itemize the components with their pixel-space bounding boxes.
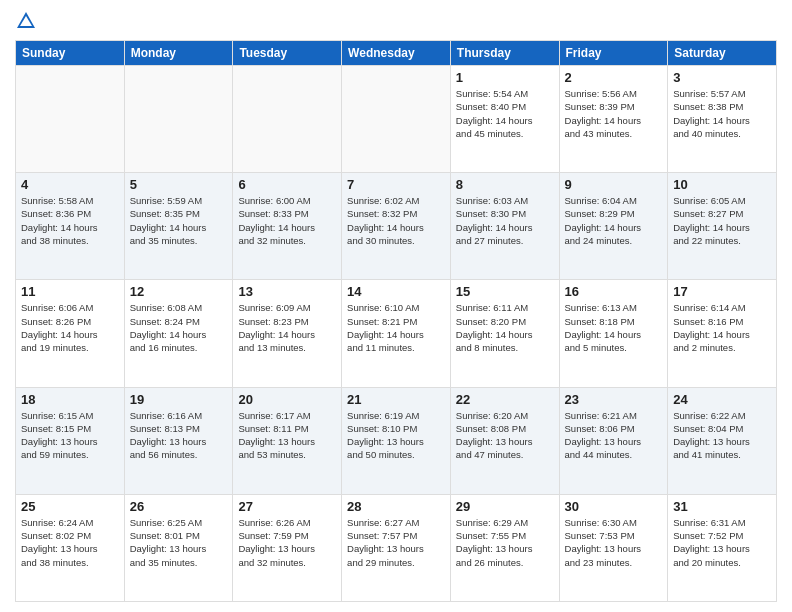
day-number: 9: [565, 177, 663, 192]
day-info: Sunrise: 5:58 AMSunset: 8:36 PMDaylight:…: [21, 194, 119, 247]
calendar-header-monday: Monday: [124, 41, 233, 66]
calendar-week-1: 4Sunrise: 5:58 AMSunset: 8:36 PMDaylight…: [16, 173, 777, 280]
calendar-cell: 14Sunrise: 6:10 AMSunset: 8:21 PMDayligh…: [342, 280, 451, 387]
day-info: Sunrise: 6:26 AMSunset: 7:59 PMDaylight:…: [238, 516, 336, 569]
day-number: 23: [565, 392, 663, 407]
day-number: 24: [673, 392, 771, 407]
day-info: Sunrise: 6:04 AMSunset: 8:29 PMDaylight:…: [565, 194, 663, 247]
day-info: Sunrise: 6:06 AMSunset: 8:26 PMDaylight:…: [21, 301, 119, 354]
calendar-cell: [124, 66, 233, 173]
day-info: Sunrise: 6:30 AMSunset: 7:53 PMDaylight:…: [565, 516, 663, 569]
day-info: Sunrise: 6:15 AMSunset: 8:15 PMDaylight:…: [21, 409, 119, 462]
calendar-header-friday: Friday: [559, 41, 668, 66]
day-number: 8: [456, 177, 554, 192]
day-info: Sunrise: 6:16 AMSunset: 8:13 PMDaylight:…: [130, 409, 228, 462]
day-number: 21: [347, 392, 445, 407]
calendar-week-4: 25Sunrise: 6:24 AMSunset: 8:02 PMDayligh…: [16, 494, 777, 601]
day-number: 18: [21, 392, 119, 407]
day-number: 2: [565, 70, 663, 85]
calendar-cell: 1Sunrise: 5:54 AMSunset: 8:40 PMDaylight…: [450, 66, 559, 173]
day-number: 17: [673, 284, 771, 299]
calendar-cell: 8Sunrise: 6:03 AMSunset: 8:30 PMDaylight…: [450, 173, 559, 280]
calendar-cell: 5Sunrise: 5:59 AMSunset: 8:35 PMDaylight…: [124, 173, 233, 280]
calendar-cell: 28Sunrise: 6:27 AMSunset: 7:57 PMDayligh…: [342, 494, 451, 601]
calendar-cell: 9Sunrise: 6:04 AMSunset: 8:29 PMDaylight…: [559, 173, 668, 280]
day-number: 19: [130, 392, 228, 407]
calendar-cell: 27Sunrise: 6:26 AMSunset: 7:59 PMDayligh…: [233, 494, 342, 601]
day-number: 12: [130, 284, 228, 299]
calendar-header-sunday: Sunday: [16, 41, 125, 66]
calendar-cell: 4Sunrise: 5:58 AMSunset: 8:36 PMDaylight…: [16, 173, 125, 280]
calendar-cell: 17Sunrise: 6:14 AMSunset: 8:16 PMDayligh…: [668, 280, 777, 387]
day-info: Sunrise: 6:29 AMSunset: 7:55 PMDaylight:…: [456, 516, 554, 569]
day-number: 13: [238, 284, 336, 299]
calendar-cell: 3Sunrise: 5:57 AMSunset: 8:38 PMDaylight…: [668, 66, 777, 173]
day-info: Sunrise: 6:05 AMSunset: 8:27 PMDaylight:…: [673, 194, 771, 247]
calendar-header-tuesday: Tuesday: [233, 41, 342, 66]
day-number: 7: [347, 177, 445, 192]
day-info: Sunrise: 6:11 AMSunset: 8:20 PMDaylight:…: [456, 301, 554, 354]
day-number: 1: [456, 70, 554, 85]
day-info: Sunrise: 6:21 AMSunset: 8:06 PMDaylight:…: [565, 409, 663, 462]
day-number: 26: [130, 499, 228, 514]
calendar-week-2: 11Sunrise: 6:06 AMSunset: 8:26 PMDayligh…: [16, 280, 777, 387]
calendar-cell: 13Sunrise: 6:09 AMSunset: 8:23 PMDayligh…: [233, 280, 342, 387]
logo: [15, 10, 41, 32]
day-info: Sunrise: 6:27 AMSunset: 7:57 PMDaylight:…: [347, 516, 445, 569]
calendar-cell: 16Sunrise: 6:13 AMSunset: 8:18 PMDayligh…: [559, 280, 668, 387]
calendar-cell: 18Sunrise: 6:15 AMSunset: 8:15 PMDayligh…: [16, 387, 125, 494]
calendar-week-3: 18Sunrise: 6:15 AMSunset: 8:15 PMDayligh…: [16, 387, 777, 494]
day-info: Sunrise: 6:13 AMSunset: 8:18 PMDaylight:…: [565, 301, 663, 354]
calendar-header-saturday: Saturday: [668, 41, 777, 66]
calendar-cell: [342, 66, 451, 173]
calendar-cell: 23Sunrise: 6:21 AMSunset: 8:06 PMDayligh…: [559, 387, 668, 494]
calendar-cell: 24Sunrise: 6:22 AMSunset: 8:04 PMDayligh…: [668, 387, 777, 494]
day-number: 6: [238, 177, 336, 192]
page: SundayMondayTuesdayWednesdayThursdayFrid…: [0, 0, 792, 612]
day-info: Sunrise: 6:19 AMSunset: 8:10 PMDaylight:…: [347, 409, 445, 462]
day-number: 15: [456, 284, 554, 299]
day-number: 14: [347, 284, 445, 299]
day-info: Sunrise: 5:57 AMSunset: 8:38 PMDaylight:…: [673, 87, 771, 140]
day-number: 30: [565, 499, 663, 514]
day-number: 25: [21, 499, 119, 514]
day-number: 4: [21, 177, 119, 192]
calendar-cell: 6Sunrise: 6:00 AMSunset: 8:33 PMDaylight…: [233, 173, 342, 280]
calendar-cell: 10Sunrise: 6:05 AMSunset: 8:27 PMDayligh…: [668, 173, 777, 280]
day-info: Sunrise: 6:22 AMSunset: 8:04 PMDaylight:…: [673, 409, 771, 462]
calendar-cell: 20Sunrise: 6:17 AMSunset: 8:11 PMDayligh…: [233, 387, 342, 494]
day-info: Sunrise: 5:54 AMSunset: 8:40 PMDaylight:…: [456, 87, 554, 140]
day-info: Sunrise: 6:08 AMSunset: 8:24 PMDaylight:…: [130, 301, 228, 354]
day-number: 3: [673, 70, 771, 85]
day-number: 28: [347, 499, 445, 514]
calendar-cell: 26Sunrise: 6:25 AMSunset: 8:01 PMDayligh…: [124, 494, 233, 601]
day-info: Sunrise: 6:09 AMSunset: 8:23 PMDaylight:…: [238, 301, 336, 354]
day-number: 10: [673, 177, 771, 192]
day-info: Sunrise: 6:02 AMSunset: 8:32 PMDaylight:…: [347, 194, 445, 247]
calendar-cell: [233, 66, 342, 173]
calendar-cell: 31Sunrise: 6:31 AMSunset: 7:52 PMDayligh…: [668, 494, 777, 601]
calendar-table: SundayMondayTuesdayWednesdayThursdayFrid…: [15, 40, 777, 602]
calendar-header-wednesday: Wednesday: [342, 41, 451, 66]
calendar-cell: [16, 66, 125, 173]
day-number: 22: [456, 392, 554, 407]
day-info: Sunrise: 6:31 AMSunset: 7:52 PMDaylight:…: [673, 516, 771, 569]
logo-icon: [15, 10, 37, 32]
header: [15, 10, 777, 32]
calendar-header-thursday: Thursday: [450, 41, 559, 66]
day-number: 20: [238, 392, 336, 407]
calendar-header-row: SundayMondayTuesdayWednesdayThursdayFrid…: [16, 41, 777, 66]
calendar-cell: 29Sunrise: 6:29 AMSunset: 7:55 PMDayligh…: [450, 494, 559, 601]
day-info: Sunrise: 6:20 AMSunset: 8:08 PMDaylight:…: [456, 409, 554, 462]
day-info: Sunrise: 5:56 AMSunset: 8:39 PMDaylight:…: [565, 87, 663, 140]
calendar-cell: 25Sunrise: 6:24 AMSunset: 8:02 PMDayligh…: [16, 494, 125, 601]
calendar-cell: 19Sunrise: 6:16 AMSunset: 8:13 PMDayligh…: [124, 387, 233, 494]
calendar-cell: 22Sunrise: 6:20 AMSunset: 8:08 PMDayligh…: [450, 387, 559, 494]
calendar-cell: 7Sunrise: 6:02 AMSunset: 8:32 PMDaylight…: [342, 173, 451, 280]
day-number: 5: [130, 177, 228, 192]
calendar-cell: 21Sunrise: 6:19 AMSunset: 8:10 PMDayligh…: [342, 387, 451, 494]
calendar-week-0: 1Sunrise: 5:54 AMSunset: 8:40 PMDaylight…: [16, 66, 777, 173]
calendar-cell: 11Sunrise: 6:06 AMSunset: 8:26 PMDayligh…: [16, 280, 125, 387]
day-info: Sunrise: 6:03 AMSunset: 8:30 PMDaylight:…: [456, 194, 554, 247]
calendar-cell: 30Sunrise: 6:30 AMSunset: 7:53 PMDayligh…: [559, 494, 668, 601]
